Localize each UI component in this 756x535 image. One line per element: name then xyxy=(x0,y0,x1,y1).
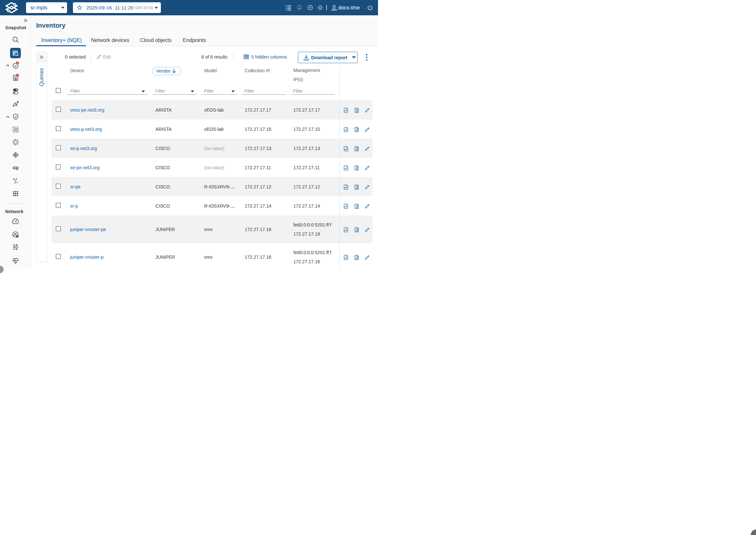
svg-text:?: ? xyxy=(309,6,311,10)
